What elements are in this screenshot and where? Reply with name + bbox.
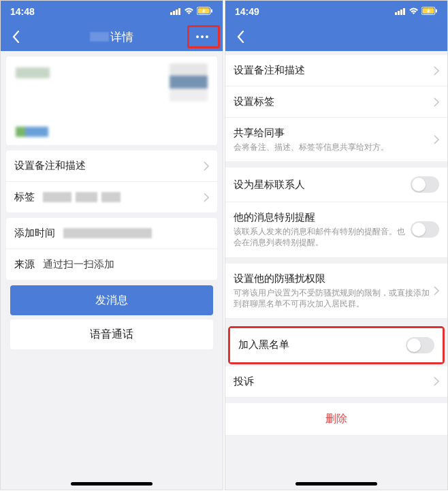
status-bar: 14:49: [225, 1, 447, 22]
toggle-star[interactable]: [411, 176, 439, 193]
row-anti-harass[interactable]: 设置他的防骚扰权限 可将该用户设置为不受防骚扰规则的限制，或直接添加到群聊黑名单…: [225, 264, 447, 319]
row-label: 设置标签: [234, 95, 274, 108]
nav-bar: [225, 22, 447, 51]
svg-rect-1: [173, 11, 175, 15]
row-special-notify[interactable]: 他的消息特别提醒 该联系人发来的消息和邮件有特别的提醒音。也会在消息列表特别提醒…: [225, 202, 447, 257]
row-label: 设置他的防骚扰权限: [234, 272, 434, 285]
toggle-notify[interactable]: [411, 221, 439, 238]
row-star-contact[interactable]: 设为星标联系人: [225, 168, 447, 202]
status-time: 14:49: [235, 6, 259, 17]
button-label: 语音通话: [90, 328, 133, 342]
svg-rect-13: [436, 10, 437, 13]
chevron-right-icon: [434, 66, 439, 76]
row-label: 设置备注和描述: [14, 159, 86, 172]
svg-rect-2: [176, 10, 178, 15]
row-set-tags[interactable]: 设置标签: [225, 86, 447, 118]
back-button[interactable]: [232, 29, 249, 45]
row-label: 添加时间: [14, 227, 55, 240]
row-label: 标签: [14, 191, 35, 204]
svg-rect-6: [211, 10, 212, 13]
voice-call-button[interactable]: 语音通话: [10, 319, 213, 349]
row-sub: 可将该用户设置为不受防骚扰规则的限制，或直接添加到群聊黑名单不可再次加入居民群。: [234, 287, 434, 309]
svg-rect-7: [395, 12, 397, 15]
nav-bar: 详情: [1, 22, 223, 51]
page-title: 详情: [90, 29, 133, 45]
chevron-right-icon: [434, 377, 439, 386]
row-label: 设置备注和描述: [234, 64, 305, 77]
row-label: 他的消息特别提醒: [234, 211, 411, 224]
back-button[interactable]: [7, 29, 24, 45]
svg-rect-8: [398, 11, 400, 15]
status-icons: [395, 6, 438, 17]
row-blacklist[interactable]: 加入黑名单: [230, 328, 443, 362]
chevron-right-icon: [434, 97, 439, 107]
row-add-time: 添加时间: [6, 218, 217, 249]
home-indicator[interactable]: [295, 482, 377, 486]
row-source: 来源 通过扫一扫添加: [6, 249, 217, 280]
svg-rect-3: [178, 8, 180, 15]
chevron-right-icon: [204, 161, 209, 171]
button-label: 发消息: [95, 293, 128, 308]
svg-rect-9: [400, 10, 402, 15]
content: 设置备注和描述 设置标签 共享给同事 会将备注、描述、标签等信息共享给对方。 设…: [225, 51, 447, 490]
tags-value-redacted: [35, 192, 204, 202]
row-share-colleague[interactable]: 共享给同事 会将备注、描述、标签等信息共享给对方。: [225, 118, 447, 162]
chevron-right-icon: [204, 193, 209, 202]
send-message-button[interactable]: 发消息: [10, 285, 213, 315]
settings-group-1: 设置备注和描述 标签: [6, 150, 217, 212]
battery-icon: [421, 6, 438, 17]
signal-icon: [395, 6, 406, 17]
row-label: 设为星标联系人: [234, 178, 305, 191]
phone-left: 14:48 详情: [0, 0, 223, 490]
row-delete[interactable]: 删除: [225, 403, 447, 436]
profile-card[interactable]: [6, 57, 217, 145]
title-suffix: 详情: [110, 29, 133, 45]
content: 设置备注和描述 标签 添加时间 来源: [1, 51, 223, 490]
chevron-right-icon: [434, 135, 439, 144]
contact-tag-redacted: [16, 127, 48, 137]
svg-rect-0: [170, 12, 172, 15]
status-time: 14:48: [10, 6, 35, 17]
svg-rect-10: [403, 8, 405, 15]
settings-group-2: 添加时间 来源 通过扫一扫添加: [6, 218, 217, 280]
home-indicator[interactable]: [71, 482, 153, 486]
status-bar: 14:48: [1, 1, 223, 22]
row-label: 投诉: [234, 375, 254, 388]
more-button[interactable]: [189, 27, 216, 46]
source-value: 通过扫一扫添加: [35, 258, 209, 271]
row-label: 共享给同事: [234, 127, 434, 140]
signal-icon: [170, 6, 181, 17]
contact-name-redacted: [16, 67, 50, 78]
highlight-blacklist: 加入黑名单: [228, 326, 445, 364]
add-time-value-redacted: [55, 228, 209, 238]
row-tags[interactable]: 标签: [6, 182, 217, 212]
battery-icon: [197, 6, 213, 17]
row-complain[interactable]: 投诉: [225, 366, 447, 398]
wifi-icon: [409, 6, 419, 17]
chevron-right-icon: [434, 286, 439, 296]
row-label: 加入黑名单: [238, 338, 289, 351]
row-set-remark[interactable]: 设置备注和描述: [6, 150, 217, 182]
row-sub: 该联系人发来的消息和邮件有特别的提醒音。也会在消息列表特别提醒。: [234, 226, 411, 248]
title-redacted: [90, 32, 109, 42]
delete-label: 删除: [325, 412, 347, 426]
row-label: 来源: [14, 258, 35, 271]
row-set-remark[interactable]: 设置备注和描述: [225, 55, 447, 86]
toggle-blacklist[interactable]: [406, 337, 434, 353]
phone-right: 14:49 设置备注和描述 设置标签 共: [225, 0, 448, 490]
status-icons: [170, 6, 213, 17]
avatar-redacted: [170, 63, 208, 101]
row-sub: 会将备注、描述、标签等信息共享给对方。: [234, 142, 434, 153]
wifi-icon: [184, 6, 194, 17]
